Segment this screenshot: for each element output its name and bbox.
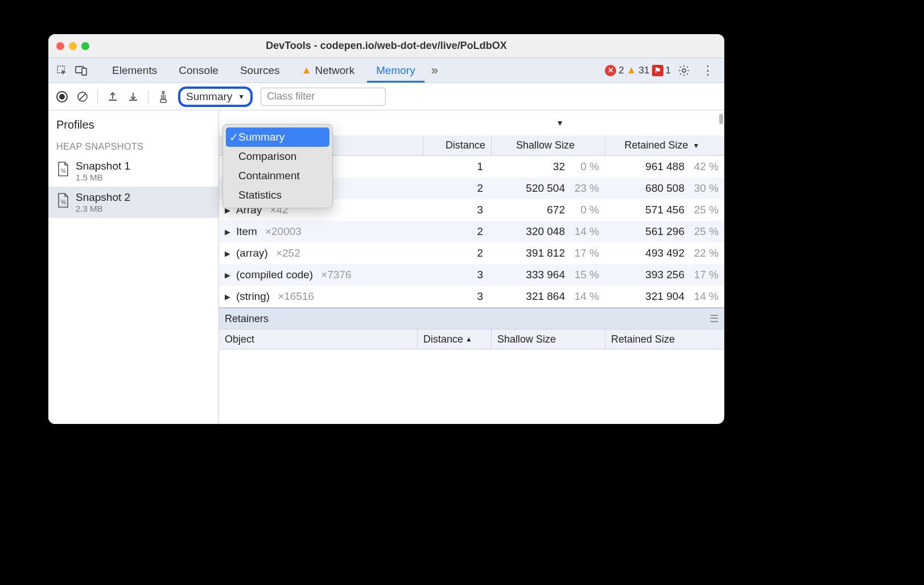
disclosure-icon[interactable]: ▶ — [225, 292, 233, 301]
row-shallow: 672 — [547, 204, 565, 216]
view-dropdown-label: Summary — [186, 90, 232, 103]
row-shallow-pct: 17 % — [571, 247, 599, 259]
col-shallow-size[interactable]: Shallow Size — [491, 135, 605, 155]
disclosure-icon[interactable]: ▶ — [225, 249, 233, 258]
divider — [97, 90, 98, 104]
memory-body: Profiles HEAP SNAPSHOTS % Snapshot 1 1.5… — [48, 110, 724, 424]
tab-elements[interactable]: Elements — [103, 58, 166, 83]
sort-desc-icon: ▼ — [693, 142, 700, 150]
settings-icon[interactable] — [673, 64, 695, 77]
load-icon[interactable] — [105, 89, 121, 105]
dropdown-option-statistics[interactable]: Statistics — [226, 186, 329, 205]
record-button[interactable] — [54, 89, 70, 105]
col-retained-size[interactable]: Retained Size ▼ — [605, 135, 724, 155]
profiles-sidebar: Profiles HEAP SNAPSHOTS % Snapshot 1 1.5… — [48, 110, 219, 424]
tabs-overflow-icon[interactable]: » — [428, 63, 442, 78]
class-filter-input[interactable] — [261, 88, 386, 106]
table-row[interactable]: ▶(string)×165163321 86414 %321 90414 % — [219, 286, 724, 307]
row-shallow-pct: 14 % — [571, 290, 599, 303]
dropdown-option-comparison[interactable]: Comparison — [226, 147, 329, 166]
error-badge-icon[interactable]: ✕ — [605, 65, 616, 76]
snapshot-size: 2.3 MB — [76, 204, 130, 213]
snapshot-name: Snapshot 1 — [76, 160, 130, 172]
row-shallow-pct: 23 % — [571, 182, 599, 195]
retainers-header: Retainers ☰ — [219, 308, 724, 329]
tab-memory[interactable]: Memory — [367, 58, 424, 83]
clear-icon[interactable] — [75, 89, 90, 105]
save-icon[interactable] — [125, 89, 141, 105]
close-icon[interactable] — [56, 42, 64, 50]
disclosure-icon[interactable]: ▶ — [225, 228, 233, 236]
dropdown-option-containment[interactable]: Containment — [226, 166, 329, 186]
row-retained-pct: 17 % — [690, 269, 719, 281]
warning-icon: ▲ — [302, 64, 312, 76]
check-icon: ✓ — [229, 131, 238, 144]
tab-sources[interactable]: Sources — [231, 58, 289, 83]
row-distance: 2 — [423, 247, 491, 259]
row-shallow: 32 — [553, 160, 565, 173]
row-retained: 393 256 — [645, 269, 684, 281]
ret-col-shallow[interactable]: Shallow Size — [491, 329, 605, 349]
row-retained-pct: 25 % — [690, 204, 719, 216]
tab-network[interactable]: ▲ Network — [292, 58, 364, 83]
column-overflow-icon[interactable]: ▼ — [556, 118, 564, 127]
error-count: 2 — [618, 65, 624, 76]
row-distance: 3 — [423, 290, 491, 303]
disclosure-icon[interactable]: ▶ — [225, 271, 233, 279]
warning-count: 31 — [639, 65, 650, 76]
inspect-icon[interactable] — [54, 63, 70, 79]
svg-text:%: % — [61, 168, 66, 174]
row-retained-pct: 14 % — [690, 290, 719, 303]
snapshot-item[interactable]: % Snapshot 1 1.5 MB — [48, 155, 218, 187]
titlebar: DevTools - codepen.io/web-dot-dev/live/P… — [48, 34, 724, 58]
row-count: ×16516 — [278, 290, 314, 303]
row-retained: 571 456 — [645, 204, 684, 216]
file-icon: % — [56, 192, 70, 208]
table-row[interactable]: ▶(compiled code)×73763333 96415 %393 256… — [219, 264, 724, 286]
table-row[interactable]: ▶Item×200032320 04814 %561 29625 % — [219, 221, 724, 242]
row-retained: 961 488 — [645, 160, 684, 173]
tab-console[interactable]: Console — [170, 58, 228, 83]
row-retained-pct: 30 % — [690, 182, 719, 195]
sort-asc-icon: ▲ — [465, 335, 472, 343]
row-name: (array) — [236, 247, 268, 259]
scrollbar-thumb[interactable] — [719, 114, 723, 124]
view-dropdown[interactable]: Summary ▼ — [178, 86, 253, 107]
warning-badge-icon[interactable]: ▲ — [626, 64, 637, 76]
device-toggle-icon[interactable] — [73, 63, 89, 79]
maximize-icon[interactable] — [81, 42, 89, 50]
col-distance[interactable]: Distance — [423, 135, 491, 155]
row-retained-pct: 25 % — [690, 225, 719, 238]
row-distance: 3 — [423, 204, 491, 216]
ret-col-retained[interactable]: Retained Size — [605, 329, 724, 349]
row-shallow: 333 964 — [526, 269, 565, 281]
row-shallow-pct: 0 % — [571, 204, 599, 216]
file-icon: % — [56, 161, 70, 177]
ret-col-distance[interactable]: Distance ▲ — [417, 329, 491, 349]
retainers-panel: Retainers ☰ Object Distance ▲ Shallow Si… — [219, 307, 724, 395]
chevron-down-icon: ▼ — [238, 93, 245, 101]
row-retained: 680 508 — [645, 182, 684, 195]
ret-col-object[interactable]: Object — [219, 333, 417, 345]
minimize-icon[interactable] — [69, 42, 77, 50]
table-row[interactable]: ▶(array)×2522391 81217 %493 49222 % — [219, 242, 724, 264]
retainers-menu-icon[interactable]: ☰ — [710, 312, 719, 325]
snapshot-item[interactable]: % Snapshot 2 2.3 MB — [48, 187, 218, 218]
dropdown-option-summary[interactable]: ✓ Summary — [226, 127, 329, 147]
svg-rect-6 — [160, 100, 166, 102]
row-count: ×252 — [276, 247, 300, 259]
row-retained: 321 904 — [645, 290, 684, 303]
retainers-title: Retainers — [225, 313, 269, 325]
row-shallow-pct: 15 % — [571, 269, 599, 281]
issue-badge-icon[interactable]: ⚑ — [652, 65, 663, 76]
svg-text:%: % — [61, 199, 66, 205]
row-shallow: 520 504 — [526, 182, 565, 195]
row-name: (compiled code) — [236, 269, 313, 281]
gc-icon[interactable] — [155, 89, 171, 105]
snapshot-name: Snapshot 2 — [76, 191, 130, 204]
row-distance: 1 — [423, 160, 491, 173]
svg-point-3 — [682, 69, 686, 72]
more-icon[interactable]: ⋮ — [697, 63, 719, 78]
row-retained-pct: 42 % — [690, 160, 719, 173]
view-dropdown-menu: ✓ Summary Comparison Containment Statist… — [222, 124, 333, 208]
